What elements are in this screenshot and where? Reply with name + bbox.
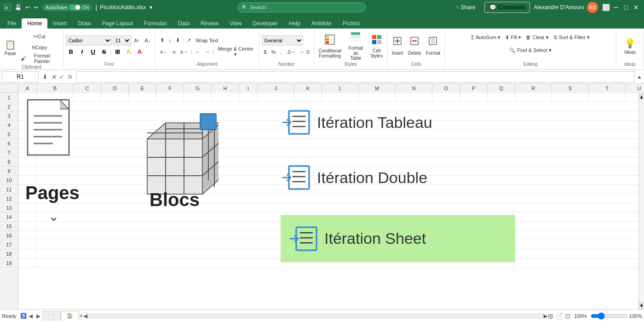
col-header-b[interactable]: B xyxy=(37,84,74,93)
tab-draw[interactable]: Draw xyxy=(72,18,96,29)
align-right-btn[interactable]: ≡→ xyxy=(178,47,190,57)
search-bar[interactable]: 🔍 Search xyxy=(237,2,366,12)
col-header-k[interactable]: K xyxy=(294,84,322,93)
cell-j1[interactable] xyxy=(258,93,294,102)
cell-q1[interactable] xyxy=(488,93,515,102)
undo-btn[interactable]: ↩ xyxy=(24,3,31,12)
cell-a18[interactable] xyxy=(18,249,37,259)
col-header-o[interactable]: O xyxy=(432,84,460,93)
sort-filter-btn[interactable]: ⇅ Sort & Filter ▾ xyxy=(552,31,592,43)
decrease-decimal-btn[interactable]: ←.0 xyxy=(299,47,311,57)
cell-g1[interactable] xyxy=(184,93,212,102)
row-2[interactable]: 2 xyxy=(0,102,18,111)
tab-review[interactable]: Review xyxy=(195,18,224,29)
sheet-tab-1[interactable]: 📄 xyxy=(42,311,61,321)
bold-button[interactable]: B xyxy=(66,47,76,57)
sheet-nav-left[interactable]: ◀ xyxy=(27,312,34,320)
col-header-m[interactable]: M xyxy=(359,84,396,93)
insert-btn[interactable]: Insert xyxy=(390,33,405,59)
zoom-slider[interactable] xyxy=(591,312,627,320)
row-9[interactable]: 9 xyxy=(0,167,18,176)
cell-a14[interactable] xyxy=(18,213,37,222)
format-painter-button[interactable]: 🖌 Format Painter xyxy=(19,53,60,63)
paste-button[interactable]: 📋 Paste xyxy=(3,34,18,61)
formula-expand-icon[interactable]: ⬇ xyxy=(40,73,50,80)
align-center-btn[interactable]: ≡ xyxy=(171,47,177,57)
cell-n1[interactable] xyxy=(396,93,432,102)
cell-k1[interactable] xyxy=(294,93,322,102)
hscroll-track[interactable] xyxy=(87,314,544,318)
cell-h1[interactable] xyxy=(212,93,239,102)
clear-btn[interactable]: 🗑 Clear ▾ xyxy=(524,31,550,43)
strikethrough-button[interactable]: S̶ xyxy=(99,47,109,57)
row-16[interactable]: 16 xyxy=(0,231,18,240)
cell-i1[interactable] xyxy=(239,93,258,102)
col-header-j[interactable]: J xyxy=(258,84,294,93)
col-header-r[interactable]: R xyxy=(515,84,552,93)
align-bottom-btn[interactable]: ⬇ xyxy=(174,35,182,46)
file-dropdown-btn[interactable]: ▾ xyxy=(149,3,153,12)
format-as-table-btn[interactable]: Format asTable xyxy=(344,33,368,59)
normal-view-btn[interactable]: ⊞ xyxy=(548,312,553,320)
font-color-button[interactable]: A xyxy=(135,47,145,57)
add-sheet-btn[interactable]: + xyxy=(79,312,83,320)
cell-a19[interactable] xyxy=(18,259,37,268)
formula-cancel-icon[interactable]: ✕ xyxy=(52,73,57,80)
row-17[interactable]: 17 xyxy=(0,240,18,249)
currency-btn[interactable]: $ xyxy=(262,47,268,57)
row-10[interactable]: 10 xyxy=(0,176,18,185)
col-header-p[interactable]: P xyxy=(460,84,488,93)
tab-antidote[interactable]: Antidote xyxy=(306,18,337,29)
col-header-e[interactable]: E xyxy=(129,84,156,93)
sheet-tab-2[interactable]: 🏠 xyxy=(61,311,79,321)
wrap-text-btn[interactable]: Wrap Text xyxy=(194,35,220,46)
page-break-view-btn[interactable]: ⊡ xyxy=(565,312,570,320)
user-avatar[interactable]: AD xyxy=(587,2,598,13)
merge-center-btn[interactable]: Merge & Center ▾ xyxy=(215,47,256,57)
scroll-track[interactable] xyxy=(639,100,644,302)
row-18[interactable]: 18 xyxy=(0,249,18,259)
fill-btn[interactable]: ⬇ Fill ▾ xyxy=(503,31,523,43)
decrease-font-btn[interactable]: A↓ xyxy=(143,35,152,46)
cell-styles-btn[interactable]: CellStyles xyxy=(368,33,385,59)
row-5[interactable]: 5 xyxy=(0,130,18,139)
cell-m1[interactable] xyxy=(359,93,396,102)
col-header-c[interactable]: C xyxy=(74,84,101,93)
italic-button[interactable]: I xyxy=(77,47,87,57)
row-8[interactable]: 8 xyxy=(0,157,18,167)
format-btn[interactable]: Format xyxy=(424,33,443,59)
autosum-btn[interactable]: Σ AutoSum ▾ xyxy=(469,31,502,43)
col-header-q[interactable]: Q xyxy=(488,84,515,93)
ideas-btn[interactable]: 💡 Ideas xyxy=(622,33,638,59)
cell-d1[interactable] xyxy=(101,93,129,102)
sheet-nav-right[interactable]: ▶ xyxy=(34,312,42,320)
comma-btn[interactable]: , xyxy=(278,47,283,57)
col-header-u[interactable]: U xyxy=(626,84,644,93)
increase-indent-btn[interactable]: → xyxy=(203,47,212,57)
col-header-t[interactable]: T xyxy=(589,84,626,93)
increase-font-btn[interactable]: A↑ xyxy=(132,35,142,46)
formula-confirm-icon[interactable]: ✓ xyxy=(59,73,64,80)
row-19[interactable]: 19 xyxy=(0,259,18,268)
find-select-btn[interactable]: 🔍 Find & Select ▾ xyxy=(507,44,553,56)
align-left-btn[interactable]: ≡← xyxy=(158,47,170,57)
tab-page-layout[interactable]: Page Layout xyxy=(96,18,138,29)
tab-help[interactable]: Help xyxy=(283,18,306,29)
row-7[interactable]: 7 xyxy=(0,148,18,157)
scroll-down-btn[interactable]: ▼ xyxy=(639,302,644,309)
decrease-indent-btn[interactable]: ← xyxy=(193,47,202,57)
cell-reference-input[interactable]: R1 xyxy=(2,71,39,82)
cell-l1[interactable] xyxy=(322,93,359,102)
cell-s1[interactable] xyxy=(552,93,589,102)
border-button[interactable]: ⊞ xyxy=(113,47,123,57)
save-quick-btn[interactable]: 💾 xyxy=(14,3,23,12)
cell-a13[interactable] xyxy=(18,203,37,213)
align-middle-btn[interactable]: ↕ xyxy=(167,35,173,46)
col-header-n[interactable]: N xyxy=(396,84,432,93)
col-header-i[interactable]: I xyxy=(239,84,258,93)
col-header-f[interactable]: F xyxy=(156,84,184,93)
hscroll-right-btn[interactable]: ▶ xyxy=(544,313,548,319)
close-btn[interactable]: ✕ xyxy=(632,3,640,12)
maximize-btn[interactable]: □ xyxy=(622,3,630,12)
copy-button[interactable]: ⎘ Copy xyxy=(19,42,60,52)
